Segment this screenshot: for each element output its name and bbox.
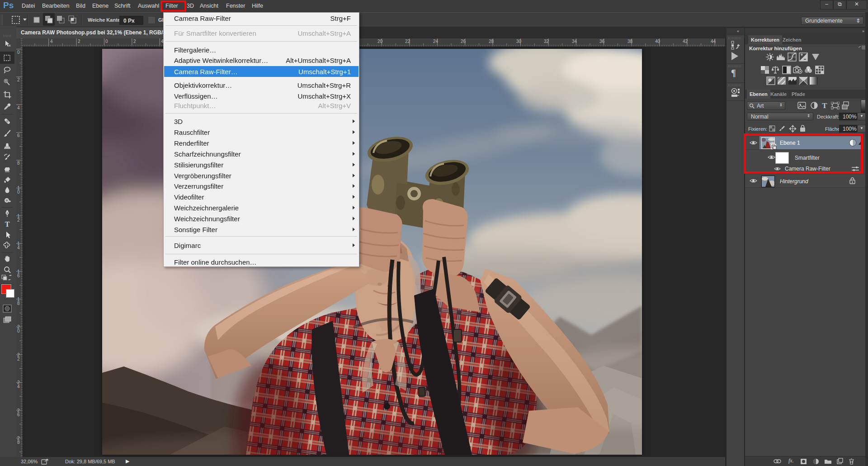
svg-text:T: T — [5, 220, 10, 228]
svg-text:T: T — [822, 101, 827, 109]
